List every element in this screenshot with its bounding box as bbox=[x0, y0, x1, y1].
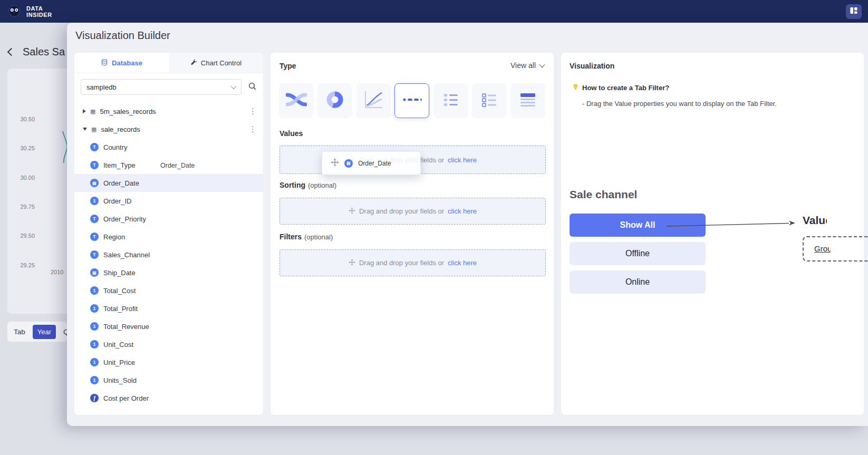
annotation-value-label: Value bbox=[803, 214, 827, 227]
field-type-icon: ƒ bbox=[90, 394, 99, 402]
brand-line2: INSIDER bbox=[26, 12, 52, 18]
values-section-label: Values bbox=[279, 129, 303, 138]
dashboard-widget-button[interactable] bbox=[846, 4, 862, 19]
annotation-group-dropzone[interactable]: Group bbox=[803, 236, 868, 262]
builder-panel: Type View all bbox=[271, 53, 554, 415]
sankey-icon bbox=[286, 89, 307, 112]
field-row-total-revenue[interactable]: 1 Total_Revenue bbox=[74, 317, 263, 335]
field-type-icon: T bbox=[90, 250, 99, 259]
dropzone-text: Drag and drop your fields or bbox=[359, 207, 444, 215]
schema-tree: ▦ 5m_sales_records ⋮ ▦ sale_records ⋮ T … bbox=[74, 102, 263, 407]
field-type-icon: 1 bbox=[90, 286, 99, 295]
field-row-total-cost[interactable]: 1 Total_Cost bbox=[74, 282, 263, 299]
field-type-icon: T bbox=[90, 233, 99, 241]
sorting-section-label: Sorting(optional) bbox=[279, 181, 336, 189]
field-row-unit-cost[interactable]: 1 Unit_Cost bbox=[74, 335, 263, 353]
annotation-group-label: Group bbox=[814, 244, 831, 253]
app-header: DATA INSIDER bbox=[0, 0, 868, 23]
click-here-link[interactable]: click here bbox=[448, 259, 477, 267]
kebab-menu-icon[interactable]: ⋮ bbox=[249, 124, 257, 134]
field-row-cost-per-order[interactable]: ƒ Cost per Order bbox=[74, 389, 263, 407]
visualization-panel: Visualization How to create a Tab Filter… bbox=[561, 53, 864, 415]
tree-group-sale-records[interactable]: ▦ sale_records ⋮ bbox=[74, 120, 263, 138]
field-row-region[interactable]: T Region bbox=[74, 228, 263, 246]
click-here-link[interactable]: click here bbox=[448, 156, 477, 164]
field-type-icon: 1 bbox=[90, 358, 99, 366]
tab-chart-control[interactable]: Chart Control bbox=[169, 53, 263, 73]
filters-section-label: Filters(optional) bbox=[279, 233, 333, 241]
move-icon bbox=[331, 158, 339, 169]
filter-option-offline[interactable]: Offline bbox=[570, 242, 706, 265]
brand-logo: DATA INSIDER bbox=[6, 3, 52, 21]
field-row-country[interactable]: T Country bbox=[74, 138, 263, 156]
dropzone-text: Drag and drop your fields or bbox=[359, 259, 444, 267]
line-chart-icon bbox=[363, 89, 384, 112]
field-type-icon: 1 bbox=[90, 322, 99, 331]
kebab-menu-icon[interactable]: ⋮ bbox=[249, 107, 257, 116]
chart-type-table[interactable] bbox=[510, 83, 545, 118]
database-panel: Database Chart Control sampledb bbox=[74, 53, 263, 415]
filter-option-online[interactable]: Online bbox=[570, 270, 706, 294]
field-row-sales-channel[interactable]: T Sales_Channel bbox=[74, 246, 263, 264]
tip-title: How to create a Tab Filter? bbox=[582, 84, 669, 92]
field-row-total-profit[interactable]: 1 Total_Profit bbox=[74, 299, 263, 317]
chevron-down-icon bbox=[230, 83, 236, 89]
drag-icon bbox=[349, 207, 355, 216]
search-icon[interactable] bbox=[248, 82, 257, 93]
chart-type-dash-line[interactable] bbox=[394, 83, 429, 118]
grouped-list-icon bbox=[479, 89, 500, 112]
field-type-icon: ▤ bbox=[90, 268, 99, 277]
chart-type-pie[interactable] bbox=[317, 83, 352, 118]
visualization-builder-modal: Visualization Builder Database bbox=[67, 23, 868, 426]
field-type-icon: ▤ bbox=[90, 179, 99, 187]
database-select[interactable]: sampledb bbox=[81, 79, 242, 95]
drag-origin-label: Order_Date bbox=[160, 162, 195, 169]
tab-database[interactable]: Database bbox=[74, 53, 169, 73]
chart-type-sankey[interactable] bbox=[279, 83, 314, 118]
type-section-label: Type bbox=[279, 62, 296, 70]
visualization-title: Visualization bbox=[570, 62, 614, 70]
field-type-icon: T bbox=[90, 161, 99, 169]
dashboard-widget-icon bbox=[850, 6, 858, 17]
field-type-icon: 1 bbox=[90, 304, 99, 313]
drag-ghost[interactable]: ▤ Order_Date bbox=[322, 151, 421, 175]
filters-dropzone[interactable]: Drag and drop your fields or click here bbox=[279, 249, 546, 276]
tree-group-5m-sales-records[interactable]: ▦ 5m_sales_records ⋮ bbox=[74, 102, 263, 120]
wrench-icon bbox=[190, 59, 197, 67]
annotation-arrow bbox=[664, 219, 797, 230]
tab-chart-control-label: Chart Control bbox=[201, 59, 242, 67]
field-row-order-priority[interactable]: T Order_Priority bbox=[74, 210, 263, 228]
chart-type-tiles bbox=[279, 83, 545, 118]
table-icon: ▦ bbox=[91, 127, 97, 132]
chart-type-grouped-list[interactable] bbox=[472, 83, 507, 118]
chart-type-list[interactable] bbox=[433, 83, 468, 118]
database-icon bbox=[101, 59, 108, 67]
table-icon: ▦ bbox=[90, 109, 95, 114]
modal-title: Visualization Builder bbox=[75, 30, 170, 42]
field-row-units-sold[interactable]: 1 Units_Sold bbox=[74, 371, 263, 389]
tip-body: - Drag the Value properties you want to … bbox=[582, 100, 777, 108]
list-icon bbox=[440, 89, 461, 112]
expand-caret-icon[interactable] bbox=[83, 109, 86, 113]
brand-line1: DATA bbox=[26, 5, 52, 12]
database-select-value: sampledb bbox=[86, 83, 116, 91]
widget-title: Sale channel bbox=[570, 188, 637, 201]
field-type-icon: ▤ bbox=[344, 159, 353, 168]
click-here-link[interactable]: click here bbox=[448, 207, 477, 215]
lightbulb-icon bbox=[572, 83, 580, 93]
chevron-down-icon bbox=[539, 62, 545, 67]
chart-type-line[interactable] bbox=[356, 83, 391, 118]
drag-icon bbox=[349, 259, 355, 267]
field-type-icon: T bbox=[90, 215, 99, 223]
field-row-order-id[interactable]: 1 Order_ID bbox=[74, 192, 263, 210]
field-row-unit-price[interactable]: 1 Unit_Price bbox=[74, 353, 263, 371]
owl-logo-icon bbox=[6, 3, 22, 21]
field-row-ship-date[interactable]: ▤ Ship_Date bbox=[74, 264, 263, 282]
sorting-dropzone[interactable]: Drag and drop your fields or click here bbox=[279, 198, 546, 225]
field-row-order-date[interactable]: ▤ Order_Date bbox=[74, 174, 263, 192]
field-type-icon: 1 bbox=[90, 376, 99, 384]
view-all-button[interactable]: View all bbox=[510, 61, 544, 70]
collapse-caret-icon[interactable] bbox=[83, 128, 87, 131]
field-type-icon: 1 bbox=[90, 197, 99, 205]
panel-tabbar: Database Chart Control bbox=[74, 53, 263, 73]
